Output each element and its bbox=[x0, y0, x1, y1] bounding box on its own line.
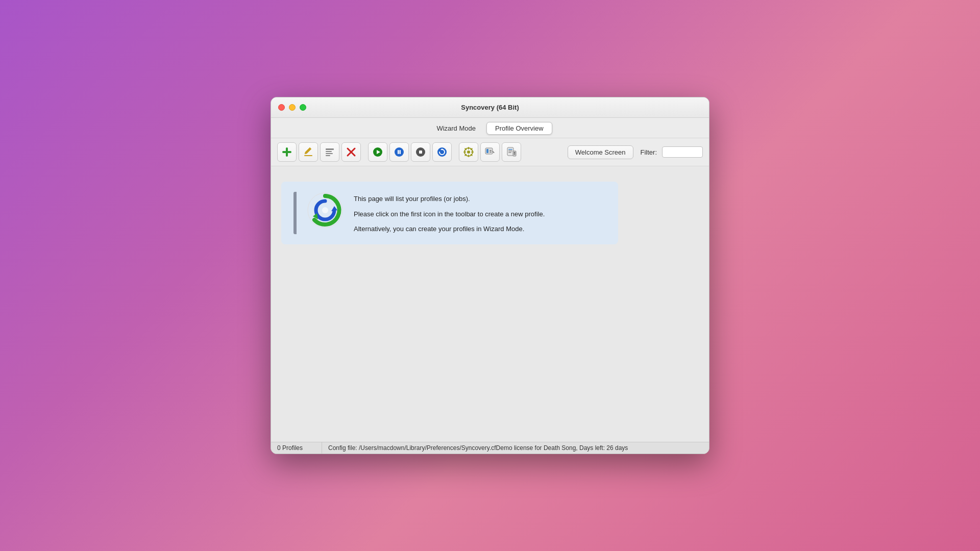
info-line-3: Alternatively, you can create your profi… bbox=[354, 224, 545, 234]
svg-point-11 bbox=[395, 147, 404, 157]
svg-rect-12 bbox=[398, 150, 399, 154]
rename-profile-button[interactable] bbox=[320, 142, 339, 162]
profiles-count: 0 Profiles bbox=[271, 442, 322, 454]
stop-profile-button[interactable] bbox=[411, 142, 430, 162]
toolbar: Welcome Screen Filter: bbox=[271, 138, 709, 166]
add-icon bbox=[281, 146, 292, 158]
svg-rect-22 bbox=[489, 150, 492, 151]
traffic-lights bbox=[278, 104, 306, 111]
search-button[interactable] bbox=[480, 142, 500, 162]
main-window: Syncovery (64 Bit) Wizard Mode Profile O… bbox=[271, 97, 709, 454]
filter-input[interactable] bbox=[662, 146, 703, 158]
search-icon bbox=[485, 147, 495, 157]
play-icon bbox=[373, 147, 383, 157]
main-content: This page will list your profiles (or jo… bbox=[271, 166, 709, 442]
svg-rect-30 bbox=[514, 152, 516, 153]
window-title: Syncovery (64 Bit) bbox=[461, 104, 519, 111]
card-accent bbox=[293, 192, 297, 234]
filter-label: Filter: bbox=[641, 148, 657, 156]
close-button[interactable] bbox=[278, 104, 285, 111]
svg-rect-21 bbox=[486, 149, 488, 153]
log-button[interactable] bbox=[502, 142, 521, 162]
syncovery-logo bbox=[307, 192, 344, 229]
minimize-button[interactable] bbox=[289, 104, 296, 111]
stop-icon bbox=[415, 147, 426, 157]
svg-rect-1 bbox=[282, 151, 291, 153]
info-card: This page will list your profiles (or jo… bbox=[281, 182, 618, 244]
add-profile-button[interactable] bbox=[277, 142, 297, 162]
svg-rect-15 bbox=[419, 151, 422, 154]
info-line-2: Please click on the first icon in the to… bbox=[354, 209, 545, 219]
info-line-1: This page will list your profiles (or jo… bbox=[354, 194, 545, 204]
delete-profile-button[interactable] bbox=[341, 142, 361, 162]
info-card-text: This page will list your profiles (or jo… bbox=[354, 192, 545, 234]
svg-rect-6 bbox=[326, 155, 330, 156]
delete-icon bbox=[346, 147, 356, 157]
welcome-screen-button[interactable]: Welcome Screen bbox=[568, 145, 633, 159]
pause-icon bbox=[394, 147, 404, 157]
rename-icon bbox=[325, 147, 335, 157]
svg-point-35 bbox=[322, 207, 328, 213]
svg-point-18 bbox=[467, 151, 470, 154]
svg-rect-4 bbox=[326, 151, 332, 152]
svg-rect-3 bbox=[326, 148, 334, 150]
refresh-button[interactable] bbox=[432, 142, 452, 162]
gear-icon bbox=[463, 146, 474, 158]
tab-wizard[interactable]: Wizard Mode bbox=[428, 122, 484, 135]
svg-rect-23 bbox=[489, 152, 492, 153]
edit-icon bbox=[303, 147, 313, 157]
tabs-bar: Wizard Mode Profile Overview bbox=[271, 118, 709, 138]
svg-rect-31 bbox=[514, 154, 516, 155]
config-info: Config file: /Users/macdown/Library/Pref… bbox=[322, 442, 709, 454]
edit-profile-button[interactable] bbox=[299, 142, 318, 162]
svg-rect-27 bbox=[508, 151, 512, 152]
svg-marker-34 bbox=[331, 206, 337, 211]
svg-rect-13 bbox=[400, 150, 401, 154]
svg-rect-25 bbox=[507, 147, 513, 156]
log-icon bbox=[506, 147, 517, 157]
titlebar: Syncovery (64 Bit) bbox=[271, 97, 709, 118]
status-bar: 0 Profiles Config file: /Users/macdown/L… bbox=[271, 442, 709, 454]
maximize-button[interactable] bbox=[300, 104, 306, 111]
run-profile-button[interactable] bbox=[368, 142, 387, 162]
pause-profile-button[interactable] bbox=[389, 142, 409, 162]
svg-rect-2 bbox=[304, 155, 312, 156]
svg-rect-26 bbox=[508, 149, 512, 150]
svg-rect-28 bbox=[508, 152, 511, 153]
refresh-icon bbox=[437, 147, 447, 157]
svg-rect-5 bbox=[326, 153, 333, 154]
settings-button[interactable] bbox=[459, 142, 478, 162]
tab-profile-overview[interactable]: Profile Overview bbox=[486, 122, 552, 135]
